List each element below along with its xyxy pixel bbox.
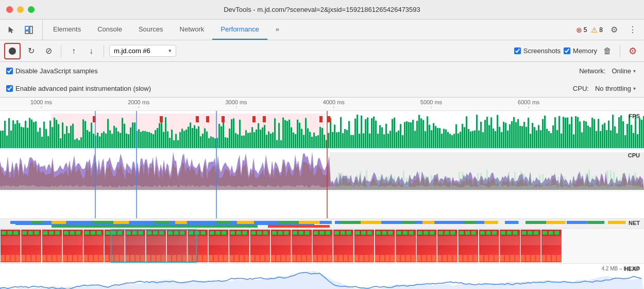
svg-rect-2 (30, 26, 32, 34)
close-button[interactable] (6, 6, 13, 13)
memory-label: Memory (573, 47, 597, 55)
svg-rect-0 (25, 26, 29, 30)
net-label: NET (629, 220, 640, 226)
cpu-label: CPU (628, 152, 640, 158)
screenshots-checkbox-group: Screenshots (514, 47, 561, 55)
tab-performance[interactable]: Performance (212, 20, 267, 40)
record-button[interactable] (4, 43, 21, 59)
tab-elements[interactable]: Elements (45, 20, 89, 40)
screenshots-label: Screenshots (523, 47, 561, 55)
tab-sources[interactable]: Sources (130, 20, 172, 40)
divider-2 (104, 45, 104, 57)
js-samples-checkbox[interactable] (6, 68, 13, 74)
network-label: Network: (579, 67, 605, 75)
memory-checkbox-group: Memory (564, 47, 597, 55)
cpu-chevron-icon: ▾ (633, 86, 636, 91)
divider-1 (61, 45, 61, 57)
charts-area[interactable]: FPS CPU (0, 111, 644, 219)
cpu-dropdown[interactable]: No throttling ▾ (593, 84, 638, 93)
clear-button[interactable]: 🗑 (600, 44, 615, 58)
time-ruler-top (0, 98, 644, 111)
cpu-value: No throttling (595, 85, 631, 92)
network-value: Online (612, 67, 631, 75)
maximize-button[interactable] (28, 6, 35, 13)
warn-badge: ⚠ 8 (591, 26, 603, 34)
cpu-option: CPU: No throttling ▾ (573, 84, 638, 93)
perf-settings-icon[interactable]: ⚙ (625, 44, 640, 58)
nav-icons (4, 20, 43, 40)
options-bar: Disable JavaScript samples Network: Onli… (0, 62, 644, 98)
frames-strip (0, 229, 644, 264)
divider-3 (620, 45, 620, 57)
network-option: Network: Online ▾ (579, 66, 638, 76)
window-title: DevTools - m.jd.com/?sceneval=2&jxsid=15… (224, 6, 420, 13)
timeline-section: FPS CPU NET HEAP 4.2 MB – 8.8 MB (0, 98, 644, 289)
nav-right: ⊗ 5 ⚠ 8 ⚙ ⋮ (576, 20, 640, 40)
tab-console[interactable]: Console (89, 20, 130, 40)
memory-checkbox[interactable] (564, 47, 570, 54)
heap-area: HEAP 4.2 MB – 8.8 MB (0, 264, 644, 289)
error-icon: ⊗ (576, 26, 582, 34)
profile-select[interactable]: m.jd.com #6 ▾ (109, 45, 176, 57)
fps-label: FPS (629, 113, 640, 119)
inspect-icon[interactable] (22, 23, 36, 37)
options-row-1: Disable JavaScript samples Network: Onli… (0, 62, 644, 79)
tab-network[interactable]: Network (172, 20, 213, 40)
window-controls (6, 6, 35, 13)
record-circle-icon (9, 47, 16, 55)
svg-rect-1 (25, 31, 29, 34)
heap-value: 4.2 MB – 8.8 MB (602, 266, 640, 287)
reload-button[interactable]: ↻ (24, 44, 38, 58)
net-bar: NET (0, 219, 644, 228)
network-dropdown[interactable]: Online ▾ (609, 66, 638, 76)
download-button[interactable]: ↓ (84, 44, 98, 58)
paint-label: Enable advanced paint instrumentation (s… (15, 85, 151, 92)
stop-button[interactable]: ⊘ (41, 44, 56, 58)
upload-button[interactable]: ↑ (66, 44, 81, 58)
nav-bar: Elements Console Sources Network Perform… (0, 20, 644, 40)
paint-checkbox[interactable] (6, 85, 13, 92)
warn-icon: ⚠ (591, 26, 598, 34)
tab-more[interactable]: » (267, 20, 287, 40)
cursor-icon[interactable] (4, 23, 19, 37)
title-bar: DevTools - m.jd.com/?sceneval=2&jxsid=15… (0, 0, 644, 20)
js-samples-label: Disable JavaScript samples (15, 67, 98, 75)
js-samples-group: Disable JavaScript samples (6, 67, 98, 75)
more-options-icon[interactable]: ⋮ (625, 23, 640, 37)
screenshots-checkbox[interactable] (514, 47, 521, 54)
network-chevron-icon: ▾ (633, 68, 636, 74)
toolbar: ↻ ⊘ ↑ ↓ m.jd.com #6 ▾ Screenshots Memory… (0, 40, 644, 62)
paint-group: Enable advanced paint instrumentation (s… (6, 85, 151, 92)
profile-dropdown-arrow: ▾ (168, 47, 172, 54)
cpu-label: CPU: (573, 85, 589, 92)
settings-icon[interactable]: ⚙ (607, 23, 621, 37)
minimize-button[interactable] (17, 6, 24, 13)
error-badge: ⊗ 5 (576, 26, 587, 34)
options-row-2: Enable advanced paint instrumentation (s… (0, 79, 644, 97)
